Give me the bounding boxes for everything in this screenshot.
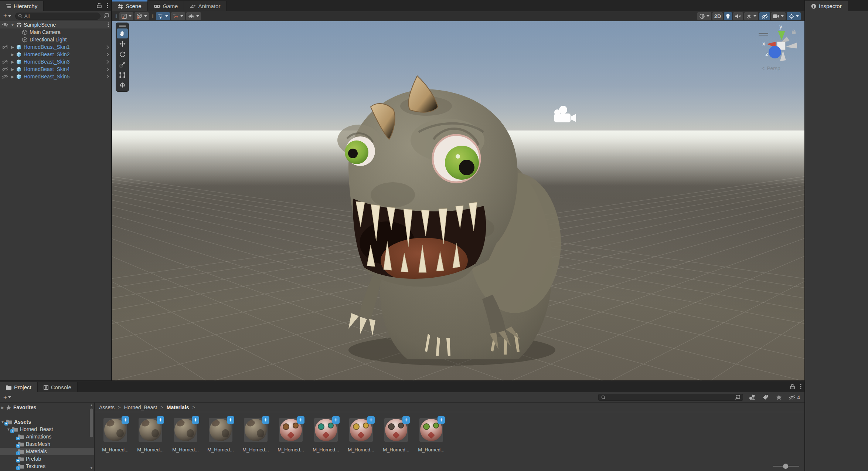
grid-visibility-button[interactable]: Y xyxy=(156,12,170,20)
material-item[interactable]: + M_Horned... xyxy=(134,418,167,453)
prefab-open-chevron-icon[interactable] xyxy=(106,67,109,71)
scroll-up-icon[interactable]: ▲ xyxy=(90,403,93,408)
breadcrumb-materials[interactable]: Materials xyxy=(167,404,189,410)
lock-icon[interactable] xyxy=(97,3,102,8)
overlay-drag-handle[interactable]: ‖ xyxy=(150,13,154,19)
hidden-eye-icon[interactable] xyxy=(0,45,10,50)
material-item[interactable]: + M_Horned... xyxy=(310,418,342,453)
slider-knob[interactable] xyxy=(783,464,788,469)
prefab-open-chevron-icon[interactable] xyxy=(106,45,109,49)
material-item[interactable]: + M_Horned... xyxy=(345,418,377,453)
scene-audio-button[interactable] xyxy=(733,12,743,20)
hierarchy-item-samplescene[interactable]: ▼ SampleScene xyxy=(0,21,111,28)
material-item[interactable]: + M_Horned... xyxy=(380,418,412,453)
material-item[interactable]: + M_Horned... xyxy=(99,418,132,453)
hierarchy-item-hornedbeast-skin4[interactable]: ▶ HornedBeast_Skin4 xyxy=(0,65,111,73)
tree-item-basemesh[interactable]: + BaseMesh xyxy=(0,440,94,448)
hierarchy-item-directional-light[interactable]: Directional Light xyxy=(0,36,111,43)
project-create-button[interactable]: + xyxy=(2,394,12,401)
tab-scene[interactable]: Scene xyxy=(112,1,148,11)
scroll-down-icon[interactable]: ▼ xyxy=(90,466,93,471)
snap-increment-button[interactable] xyxy=(171,12,185,20)
transform-tool-button[interactable] xyxy=(117,80,128,90)
tree-item-animations[interactable]: + Animations xyxy=(0,433,94,440)
move-tool-button[interactable] xyxy=(117,39,128,49)
project-search-input[interactable] xyxy=(607,394,733,400)
material-item[interactable]: + M_Horned... xyxy=(204,418,237,453)
toggle-2d-button[interactable]: 2D xyxy=(712,12,723,20)
orientation-gizmo[interactable]: y x z xyxy=(759,24,803,65)
visibility-eye-icon[interactable] xyxy=(0,23,10,27)
maximize-search-icon[interactable] xyxy=(103,13,109,18)
material-item[interactable]: + M_Horned... xyxy=(239,418,272,453)
hierarchy-item-main-camera[interactable]: Main Camera xyxy=(0,28,111,36)
kebab-menu-icon[interactable] xyxy=(800,384,801,390)
prefab-open-chevron-icon[interactable] xyxy=(106,52,109,57)
thumbnail-zoom-slider[interactable] xyxy=(773,464,799,469)
breadcrumb-assets[interactable]: Assets xyxy=(99,404,115,410)
scene-draw-mode-button[interactable] xyxy=(119,12,133,20)
hierarchy-item-hornedbeast-skin5[interactable]: ▶ HornedBeast_Skin5 xyxy=(0,73,111,80)
overlay-drag-handle[interactable]: ‖ xyxy=(114,13,118,19)
breadcrumb-horned-beast[interactable]: Horned_Beast xyxy=(124,404,157,410)
search-by-label-icon[interactable] xyxy=(760,394,772,400)
foldout-collapsed-icon[interactable]: ▶ xyxy=(0,406,5,410)
prefab-open-chevron-icon[interactable] xyxy=(106,75,109,79)
foldout-collapsed-icon[interactable]: ▶ xyxy=(10,60,16,64)
hierarchy-item-hornedbeast-skin3[interactable]: ▶ HornedBeast_Skin3 xyxy=(0,58,111,65)
tree-scrollbar[interactable]: ▲ ▼ xyxy=(89,403,94,471)
tree-item-textures[interactable]: + Textures xyxy=(0,462,94,470)
scene-kebab-icon[interactable] xyxy=(108,22,109,27)
kebab-menu-icon[interactable] xyxy=(107,3,108,9)
hierarchy-search-input[interactable] xyxy=(24,13,98,19)
hierarchy-create-button[interactable]: + xyxy=(2,12,12,20)
tab-inspector[interactable]: Inspector xyxy=(805,1,848,11)
tab-game[interactable]: Game xyxy=(148,1,184,11)
material-item[interactable]: + M_Horned... xyxy=(415,418,447,453)
tree-item-assets[interactable]: ▼ + Assets xyxy=(0,418,94,426)
foldout-collapsed-icon[interactable]: ▶ xyxy=(10,75,16,79)
hidden-packages-toggle[interactable]: 4 xyxy=(786,394,802,400)
maximize-search-icon[interactable] xyxy=(735,395,740,400)
rotate-tool-button[interactable] xyxy=(117,49,128,59)
camera-gizmo[interactable] xyxy=(553,105,578,124)
effects-button[interactable] xyxy=(744,12,758,20)
shading-mode-button[interactable] xyxy=(697,12,711,20)
grid-snapping-button[interactable] xyxy=(186,12,201,20)
tab-animator[interactable]: Animator xyxy=(184,1,227,11)
overlay-drag-handle[interactable] xyxy=(117,24,128,28)
tree-item-materials[interactable]: + Materials xyxy=(0,448,94,455)
search-by-type-icon[interactable] xyxy=(746,394,758,400)
rect-tool-button[interactable] xyxy=(117,70,128,80)
hidden-eye-icon[interactable] xyxy=(0,74,10,79)
hierarchy-item-hornedbeast-skin2[interactable]: ▶ HornedBeast_Skin2 xyxy=(0,51,111,58)
gizmos-button[interactable] xyxy=(787,12,801,20)
scroll-thumb[interactable] xyxy=(90,409,93,437)
favorites-star-icon[interactable] xyxy=(773,394,785,400)
lock-icon[interactable] xyxy=(790,384,795,389)
foldout-collapsed-icon[interactable]: ▶ xyxy=(10,45,16,49)
hidden-eye-icon[interactable] xyxy=(0,67,10,72)
tab-console[interactable]: Console xyxy=(38,382,78,392)
material-item[interactable]: + M_Horned... xyxy=(169,418,202,453)
overlay-drag-handle[interactable] xyxy=(759,33,768,35)
material-item[interactable]: + M_Horned... xyxy=(275,418,307,453)
gizmo-lock-icon[interactable] xyxy=(791,29,796,34)
scale-tool-button[interactable] xyxy=(117,60,128,70)
tab-project[interactable]: Project xyxy=(0,382,38,392)
view-hand-tool-button[interactable] xyxy=(117,28,128,38)
tree-item-favorites[interactable]: ▶ Favorites xyxy=(0,404,94,411)
foldout-collapsed-icon[interactable]: ▶ xyxy=(10,52,16,57)
hierarchy-search[interactable] xyxy=(15,13,101,20)
scene-visibility-button[interactable] xyxy=(759,12,770,20)
tab-hierarchy[interactable]: Hierarchy xyxy=(0,1,44,11)
hidden-eye-icon[interactable] xyxy=(0,60,10,64)
scene-lighting-button[interactable] xyxy=(724,12,732,20)
tree-item-horned-beast[interactable]: ▼ + Horned_Beast xyxy=(0,426,94,433)
tree-item-prefab[interactable]: + Prefab xyxy=(0,455,94,462)
scene-camera-button[interactable] xyxy=(771,12,786,20)
foldout-collapsed-icon[interactable]: ▶ xyxy=(10,67,16,71)
projection-label[interactable]: < Persp xyxy=(762,65,780,71)
foldout-expanded-icon[interactable]: ▼ xyxy=(10,23,16,27)
prefab-open-chevron-icon[interactable] xyxy=(106,60,109,64)
